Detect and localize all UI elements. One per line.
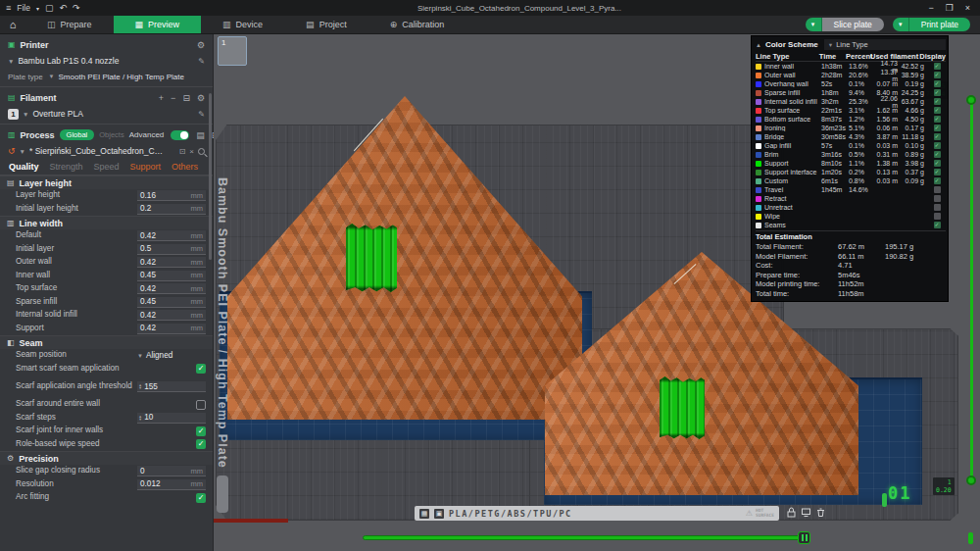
plate-type-select[interactable]: ▼ Smooth PEI Plate / High Temp Plate — [49, 73, 184, 81]
print-plate-button[interactable]: ▾ Print plate — [893, 18, 970, 31]
tab-preview[interactable]: ▦Preview — [114, 16, 202, 33]
layer-slider-bottom-handle[interactable] — [966, 476, 976, 485]
display-checkbox[interactable]: ✓ — [934, 107, 941, 114]
spinner-arrows-icon[interactable]: ▴▾ — [139, 415, 141, 421]
close-button[interactable]: × — [965, 3, 970, 13]
tab-project[interactable]: ▤Project — [284, 16, 368, 33]
move-slider-track[interactable] — [363, 535, 809, 540]
display-checkbox[interactable]: ✓ — [934, 151, 941, 158]
initial-layer-height-input[interactable]: 0.2mm — [137, 204, 206, 215]
plate-settings-icon[interactable] — [801, 507, 811, 518]
slice-dropdown-icon[interactable]: ▾ — [806, 18, 822, 31]
scarf-application-angle-threshold-stepper[interactable]: ▴▾155 — [137, 381, 206, 392]
resolution-input[interactable]: 0.012mm — [137, 479, 206, 490]
tab-prepare[interactable]: ◫Prepare — [25, 16, 114, 33]
delete-preset-icon[interactable]: × — [189, 147, 194, 156]
display-checkbox[interactable]: ✓ — [934, 125, 941, 131]
print-plate-label[interactable]: Print plate — [909, 18, 970, 31]
display-checkbox[interactable]: ✓ — [934, 142, 941, 149]
display-checkbox[interactable]: ✓ — [934, 98, 941, 105]
role-based-wipe-speed-checkbox[interactable]: ✓ — [196, 439, 206, 449]
undo-icon[interactable]: ↶ — [60, 3, 68, 13]
layer-height-input[interactable]: 0.16mm — [137, 190, 206, 201]
display-checkbox[interactable]: ✓ — [934, 177, 941, 184]
scarf-around-entire-wall-checkbox[interactable] — [196, 400, 206, 410]
scarf-steps-stepper[interactable]: ▴▾10 — [137, 413, 206, 424]
default-input[interactable]: 0.42mm — [137, 230, 206, 241]
new-project-icon[interactable]: ▢ — [45, 3, 54, 13]
process-preset-name[interactable]: * Sierpiński_Cube_Octahedron_Compound_0.… — [29, 146, 165, 156]
display-checkbox[interactable]: ✓ — [934, 116, 941, 123]
top-surface-input[interactable]: 0.42mm — [137, 283, 206, 294]
param-tab-others[interactable]: Others — [172, 162, 198, 172]
collapse-panel-icon[interactable]: ▲ — [756, 42, 761, 48]
settings-list-icon[interactable]: ▤ — [196, 130, 205, 140]
param-tab-strength[interactable]: Strength — [50, 162, 83, 172]
display-checkbox[interactable]: ✓ — [934, 89, 941, 96]
display-checkbox[interactable]: ✓ — [934, 222, 941, 228]
display-checkbox[interactable]: ✓ — [934, 72, 941, 78]
search-icon[interactable] — [198, 148, 205, 155]
slice-plate-label[interactable]: Slice plate — [822, 18, 884, 31]
plate-lock-icon[interactable] — [786, 507, 797, 518]
save-preset-icon[interactable]: ⊡ — [179, 147, 186, 156]
filament-edit-icon[interactable]: ✎ — [198, 110, 205, 119]
layer-slider-track[interactable] — [970, 99, 973, 481]
chevron-down-icon[interactable]: ▾ — [36, 5, 39, 12]
plate-thumbnail[interactable]: 1 — [218, 36, 247, 66]
seam-position-select[interactable]: ▼Aligned — [137, 350, 206, 361]
scope-global-toggle[interactable]: Global — [60, 129, 95, 140]
display-checkbox[interactable] — [934, 186, 941, 193]
scope-objects-toggle[interactable]: Objects — [99, 130, 123, 139]
layer-slider-top-handle[interactable] — [966, 95, 976, 105]
minimize-button[interactable]: − — [928, 3, 933, 13]
display-checkbox[interactable]: ✓ — [934, 80, 941, 87]
param-tab-speed[interactable]: Speed — [94, 162, 120, 172]
advanced-toggle[interactable] — [171, 130, 189, 140]
file-menu[interactable]: File — [17, 3, 30, 13]
move-slider-handle[interactable] — [798, 531, 810, 544]
slice-gap-closing-radius-input[interactable]: 0mm — [137, 466, 206, 476]
display-checkbox[interactable] — [934, 213, 941, 220]
sidebar-scrollbar[interactable] — [209, 93, 212, 260]
display-checkbox[interactable] — [934, 204, 941, 211]
sparse-infill-input[interactable]: 0.45mm — [137, 297, 206, 308]
remove-filament-button[interactable]: − — [171, 93, 175, 103]
plate-delete-icon[interactable] — [815, 507, 826, 518]
maximize-button[interactable]: ❐ — [946, 3, 954, 13]
preview-viewport-3d[interactable]: Bambu Smooth PEI Plate / High Temp Plate… — [214, 34, 980, 551]
arc-fitting-checkbox[interactable]: ✓ — [196, 493, 206, 503]
home-button[interactable]: ⌂ — [0, 16, 25, 33]
display-checkbox[interactable]: ✓ — [934, 133, 941, 140]
inner-wall-input[interactable]: 0.45mm — [137, 271, 206, 281]
hamburger-menu-icon[interactable]: ≡ — [6, 3, 11, 13]
view-mode-select[interactable]: ▼ Line Type — [824, 39, 946, 50]
add-filament-button[interactable]: + — [159, 93, 164, 103]
smart-scarf-seam-application-checkbox[interactable]: ✓ — [196, 364, 206, 374]
filament-sync-icon[interactable]: ⊟ — [182, 93, 190, 103]
printer-preset-select[interactable]: ▼ Bambu Lab P1S 0.4 nozzle ✎ — [0, 53, 213, 69]
slice-plate-button[interactable]: ▾ Slice plate — [806, 18, 884, 31]
printer-edit-icon[interactable]: ✎ — [198, 57, 205, 66]
redo-icon[interactable]: ↷ — [73, 3, 80, 13]
display-checkbox[interactable]: ✓ — [934, 160, 941, 167]
support-input[interactable]: 0.42mm — [137, 324, 206, 334]
filament-preset-select[interactable]: 1 ▼ Overture PLA ✎ — [0, 106, 213, 122]
display-checkbox[interactable] — [934, 195, 941, 202]
printer-settings-gear-icon[interactable]: ⚙ — [197, 40, 205, 50]
spinner-arrows-icon[interactable]: ▴▾ — [139, 383, 141, 389]
print-dropdown-icon[interactable]: ▾ — [893, 18, 909, 31]
initial-layer-input[interactable]: 0.5mm — [137, 244, 206, 255]
internal-solid-infill-input[interactable]: 0.42mm — [137, 310, 206, 321]
display-checkbox[interactable]: ✓ — [934, 169, 941, 175]
scarf-joint-for-inner-walls-checkbox[interactable]: ✓ — [196, 426, 206, 436]
param-tab-quality[interactable]: Quality — [9, 162, 39, 172]
param-tab-support[interactable]: Support — [130, 162, 162, 172]
line-type-name: Inner wall — [764, 63, 821, 70]
filament-settings-gear-icon[interactable]: ⚙ — [197, 93, 205, 103]
tab-device[interactable]: ▥Device — [201, 16, 284, 33]
tab-calibration[interactable]: ⊕Calibration — [368, 16, 466, 33]
reset-preset-icon[interactable]: ↺ — [8, 146, 16, 156]
outer-wall-input[interactable]: 0.42mm — [137, 257, 206, 268]
display-checkbox[interactable]: ✓ — [934, 63, 941, 70]
